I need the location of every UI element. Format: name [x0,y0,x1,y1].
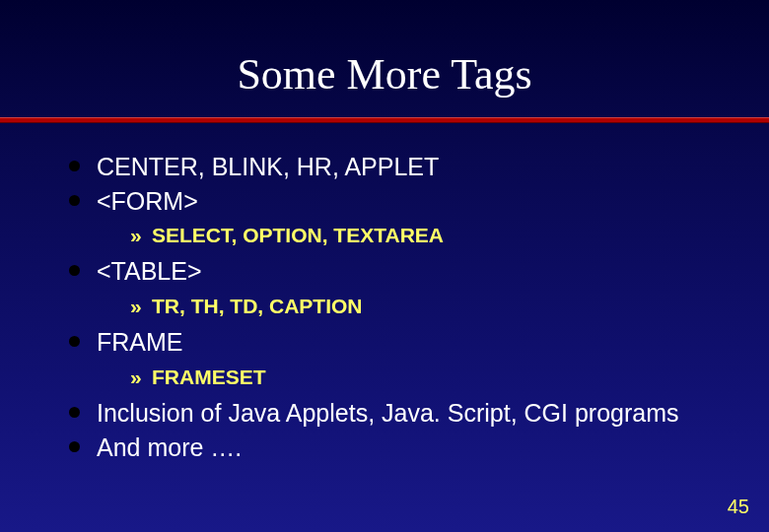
slide-body: CENTER, BLINK, HR, APPLET <FORM> SELECT,… [0,123,769,463]
bullet-item: CENTER, BLINK, HR, APPLET [69,151,730,183]
bullet-item: And more …. [69,432,730,464]
sub-bullet-text: FRAMESET [152,366,266,388]
bullet-text: Inclusion of Java Applets, Java. Script,… [97,399,679,427]
sub-bullet-item: FRAMESET [130,363,730,391]
bullet-item: Inclusion of Java Applets, Java. Script,… [69,397,730,430]
sub-bullet-list: SELECT, OPTION, TEXTAREA [97,217,730,253]
sub-bullet-item: TR, TH, TD, CAPTION [130,292,730,320]
bullet-text: <TABLE> [97,257,202,285]
sub-bullet-text: TR, TH, TD, CAPTION [152,295,363,317]
bullet-list: CENTER, BLINK, HR, APPLET <FORM> SELECT,… [69,151,730,463]
sub-bullet-item: SELECT, OPTION, TEXTAREA [130,221,730,249]
bullet-item: FRAME FRAMESET [69,326,730,395]
sub-bullet-list: TR, TH, TD, CAPTION [97,288,730,324]
sub-bullet-text: SELECT, OPTION, TEXTAREA [152,224,444,246]
bullet-text: And more …. [97,433,242,461]
bullet-item: <TABLE> TR, TH, TD, CAPTION [69,255,730,324]
page-number: 45 [728,496,749,518]
sub-bullet-list: FRAMESET [97,359,730,395]
slide-title: Some More Tags [0,0,769,117]
bullet-text: CENTER, BLINK, HR, APPLET [97,153,439,180]
bullet-text: FRAME [97,328,183,356]
bullet-item: <FORM> SELECT, OPTION, TEXTAREA [69,185,730,254]
bullet-text: <FORM> [97,187,198,215]
